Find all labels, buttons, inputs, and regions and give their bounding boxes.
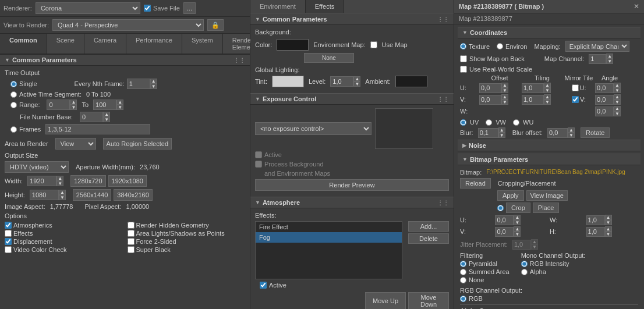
atmosphere-active-checkbox[interactable] — [260, 282, 267, 289]
jitter-up[interactable]: ▲ — [531, 239, 538, 244]
crop-h-input[interactable] — [586, 227, 605, 237]
v-tiling-input[interactable] — [522, 95, 544, 105]
height-down[interactable]: ▼ — [59, 195, 66, 200]
super-black-checkbox[interactable] — [128, 246, 135, 253]
reload-btn[interactable]: Reload — [460, 178, 491, 189]
force-2sided-checkbox[interactable] — [128, 238, 135, 245]
u-tiling-down[interactable]: ▼ — [544, 88, 551, 93]
res-1280-btn[interactable]: 1280x720 — [70, 175, 105, 187]
crop-w-input[interactable] — [586, 215, 605, 225]
fire-effect-item[interactable]: Fire Effect — [256, 222, 402, 232]
range-from-up[interactable]: ▲ — [70, 100, 77, 105]
crop-w-up[interactable]: ▲ — [605, 215, 612, 220]
crop-u-input[interactable] — [495, 215, 514, 225]
auto-region-btn[interactable]: Auto Region Selected — [103, 138, 172, 150]
close-button[interactable]: ✕ — [634, 2, 639, 10]
effects-checkbox[interactable] — [5, 230, 12, 237]
v-tiling-down[interactable]: ▼ — [544, 100, 551, 105]
w-angle-down[interactable]: ▼ — [614, 111, 621, 116]
rgb-radio[interactable] — [460, 296, 466, 302]
range-to-up[interactable]: ▲ — [116, 100, 123, 105]
uv-radio[interactable] — [460, 119, 466, 126]
v-angle-up[interactable]: ▲ — [614, 94, 621, 100]
process-bg-checkbox[interactable] — [255, 161, 262, 168]
move-down-btn[interactable]: Move Down — [408, 292, 449, 309]
every-nth-down[interactable]: ▼ — [150, 84, 157, 89]
mapping-dropdown[interactable]: Explicit Map Channel — [565, 41, 629, 52]
crop-v-up[interactable]: ▲ — [514, 226, 521, 232]
w-angle-up[interactable]: ▲ — [614, 106, 621, 111]
displacement-checkbox[interactable] — [5, 238, 12, 245]
active-exposure-checkbox[interactable] — [255, 151, 262, 158]
v-mirror-checkbox[interactable] — [572, 96, 579, 103]
tab-scene[interactable]: Scene — [47, 34, 84, 54]
u-tiling-up[interactable]: ▲ — [544, 83, 551, 88]
v-offset-up[interactable]: ▲ — [501, 94, 508, 100]
u-angle-down[interactable]: ▼ — [614, 88, 621, 93]
crop-h-down[interactable]: ▼ — [605, 232, 612, 237]
width-input[interactable] — [27, 176, 56, 186]
atmospherics-checkbox[interactable] — [5, 222, 12, 229]
tab-performance[interactable]: Performance — [126, 34, 182, 54]
u-offset-down[interactable]: ▼ — [501, 88, 508, 93]
height-input[interactable] — [30, 190, 59, 200]
render-preview-btn[interactable]: Render Preview — [255, 179, 449, 191]
level-up[interactable]: ▲ — [353, 76, 360, 81]
view-image-btn[interactable]: View Image — [526, 190, 568, 201]
lock-button[interactable]: 🔒 — [207, 19, 224, 31]
tab-camera[interactable]: Camera — [84, 34, 126, 54]
level-down[interactable]: ▼ — [353, 81, 360, 87]
ambient-swatch[interactable] — [395, 76, 427, 87]
active-time-radio[interactable] — [10, 91, 17, 98]
map-channel-input[interactable] — [589, 54, 606, 64]
u-tiling-input[interactable] — [522, 83, 544, 93]
jitter-input[interactable] — [512, 240, 531, 250]
use-map-checkbox[interactable] — [370, 41, 377, 48]
delete-btn[interactable]: Delete — [408, 233, 449, 244]
none-filter-radio[interactable] — [460, 277, 466, 283]
exposure-dropdown[interactable]: <no exposure control> — [255, 122, 371, 135]
save-file-checkbox[interactable] — [144, 5, 151, 12]
u-angle-up[interactable]: ▲ — [614, 83, 621, 88]
more-options-button[interactable]: ... — [183, 2, 196, 14]
env-map-none-btn[interactable]: None — [304, 53, 354, 63]
background-color-swatch[interactable] — [277, 39, 309, 51]
video-color-checkbox[interactable] — [5, 246, 12, 253]
crop-v-input[interactable] — [495, 227, 514, 237]
every-nth-up[interactable]: ▲ — [150, 79, 157, 84]
single-radio[interactable] — [10, 81, 17, 87]
blur-offset-down[interactable]: ▼ — [568, 133, 575, 138]
height-up[interactable]: ▲ — [59, 190, 66, 195]
range-to-down[interactable]: ▼ — [116, 105, 123, 110]
mono-rgb-radio[interactable] — [521, 261, 528, 267]
tab-environment[interactable]: Environment — [250, 0, 306, 13]
u-mirror-checkbox[interactable] — [572, 84, 579, 91]
width-up[interactable]: ▲ — [56, 176, 63, 181]
rotate-btn[interactable]: Rotate — [581, 127, 610, 138]
texture-radio[interactable] — [460, 43, 466, 49]
output-preset-dropdown[interactable]: HDTV (video) — [5, 161, 69, 173]
show-map-back-checkbox[interactable] — [460, 55, 467, 62]
tint-swatch[interactable] — [272, 76, 304, 87]
file-number-up[interactable]: ▲ — [103, 112, 110, 117]
crop-u-down[interactable]: ▼ — [514, 220, 521, 225]
summed-radio[interactable] — [460, 269, 466, 275]
fog-item[interactable]: Fog — [256, 232, 402, 243]
place-btn[interactable]: Place — [533, 203, 560, 213]
blur-offset-up[interactable]: ▲ — [568, 127, 575, 133]
u-offset-input[interactable] — [479, 83, 501, 93]
map-channel-up[interactable]: ▲ — [606, 54, 613, 59]
blur-up[interactable]: ▲ — [498, 127, 505, 133]
apply-btn[interactable]: Apply — [497, 190, 524, 201]
width-down[interactable]: ▼ — [56, 181, 63, 186]
range-from-input[interactable] — [47, 100, 70, 110]
v-offset-down[interactable]: ▼ — [501, 100, 508, 105]
tab-common[interactable]: Common — [0, 34, 47, 54]
add-btn[interactable]: Add... — [408, 221, 449, 232]
v-tiling-up[interactable]: ▲ — [544, 94, 551, 100]
crop-w-down[interactable]: ▼ — [605, 220, 612, 225]
u-offset-up[interactable]: ▲ — [501, 83, 508, 88]
every-nth-input[interactable] — [127, 79, 150, 89]
crop-btn[interactable]: Crop — [506, 203, 530, 213]
render-hidden-checkbox[interactable] — [128, 222, 135, 229]
